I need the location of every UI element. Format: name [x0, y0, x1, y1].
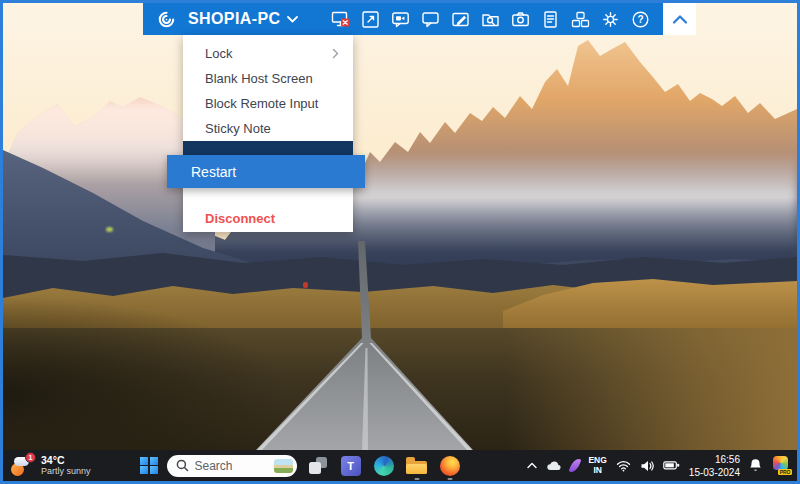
hidden-icons-chevron-icon[interactable]: [527, 462, 537, 469]
remote-toolbar: SHOPIA-PC: [143, 3, 696, 35]
session-notes-icon[interactable]: [535, 10, 565, 29]
taskbar-app-task-view[interactable]: [306, 450, 330, 481]
ctrl-alt-del-icon[interactable]: [565, 10, 595, 29]
language-indicator[interactable]: ENG IN: [588, 456, 606, 476]
notification-bell-icon[interactable]: [749, 458, 762, 473]
clock-widget[interactable]: 16:56 15-03-2024: [689, 453, 740, 479]
taskbar-app-edge[interactable]: [372, 450, 396, 481]
session-dropdown-menu: Lock Blank Host Screen Block Remote Inpu…: [183, 35, 353, 232]
tray-date: 15-03-2024: [689, 466, 740, 479]
notification-badge: 1: [25, 452, 36, 463]
svg-text:?: ?: [637, 14, 643, 25]
menu-item-lock[interactable]: Lock: [183, 41, 353, 66]
collapse-toolbar-button[interactable]: [663, 3, 696, 35]
taskbar-app-teams[interactable]: T: [339, 450, 363, 481]
remote-desktop-window: SHOPIA-PC: [0, 0, 800, 484]
task-view-icon: [308, 456, 328, 476]
chevron-up-icon: [671, 12, 689, 26]
taskbar-app-file-explorer[interactable]: [405, 450, 429, 481]
settings-icon[interactable]: [595, 10, 625, 29]
monitor-close-icon[interactable]: [325, 10, 355, 29]
wallpaper-red-sign: [303, 282, 308, 288]
screenshot-icon[interactable]: [505, 10, 535, 29]
restart-tooltip: Restart: [167, 155, 365, 188]
system-tray: ENG IN 1: [527, 450, 792, 481]
menu-item-disconnect[interactable]: Disconnect: [183, 205, 353, 231]
search-input[interactable]: Search: [167, 455, 297, 477]
file-search-icon[interactable]: [475, 10, 505, 29]
onedrive-cloud-icon[interactable]: [546, 460, 562, 471]
teams-icon: T: [341, 456, 361, 476]
weather-widget[interactable]: 1 34°C Partly sunny: [11, 450, 91, 481]
menu-item-blank-host-screen[interactable]: Blank Host Screen: [183, 66, 353, 91]
weather-temperature: 34°C: [41, 454, 91, 467]
volume-icon[interactable]: [640, 460, 654, 472]
file-explorer-icon: [406, 457, 427, 474]
chat-icon[interactable]: [415, 10, 445, 29]
battery-icon[interactable]: [663, 460, 680, 471]
weather-condition: Partly sunny: [41, 466, 91, 477]
chevron-down-icon[interactable]: [287, 16, 298, 23]
search-icon: [176, 459, 189, 472]
windows-taskbar: 1 34°C Partly sunny Search T: [3, 450, 797, 481]
wifi-icon[interactable]: [616, 460, 631, 472]
firefox-icon: [440, 456, 460, 476]
taskbar-app-firefox[interactable]: [438, 450, 462, 481]
annotation-icon[interactable]: [445, 10, 475, 29]
host-name-title[interactable]: SHOPIA-PC: [188, 10, 281, 28]
menu-item-sticky-note[interactable]: Sticky Note: [183, 116, 353, 141]
search-daily-image: [274, 459, 293, 473]
feather-app-icon[interactable]: [571, 458, 579, 473]
submenu-chevron-icon: [332, 48, 339, 59]
menu-item-block-remote-input[interactable]: Block Remote Input: [183, 91, 353, 116]
splashtop-logo-icon: [155, 8, 178, 31]
video-chat-icon[interactable]: [385, 10, 415, 29]
colorful-app-pro-icon[interactable]: PRO: [771, 455, 792, 476]
edge-icon: [374, 456, 394, 476]
start-button[interactable]: [140, 457, 158, 475]
weather-partly-sunny-icon: 1: [11, 455, 34, 476]
tray-time: 16:56: [715, 453, 740, 466]
help-icon[interactable]: ?: [625, 10, 655, 29]
fullscreen-icon[interactable]: [355, 10, 385, 29]
